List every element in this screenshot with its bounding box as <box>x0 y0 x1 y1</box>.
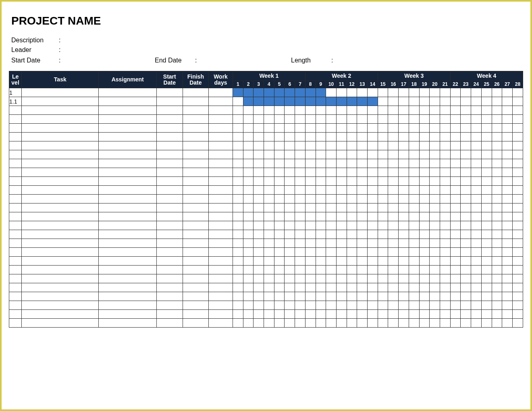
gantt-cell[interactable] <box>285 141 295 150</box>
gantt-cell[interactable] <box>326 221 337 230</box>
gantt-cell[interactable] <box>264 168 274 177</box>
gantt-cell[interactable] <box>461 274 471 283</box>
gantt-cell[interactable] <box>512 248 523 257</box>
gantt-cell[interactable] <box>388 274 399 283</box>
gantt-cell[interactable] <box>264 319 274 328</box>
gantt-cell[interactable] <box>305 141 316 150</box>
gantt-cell[interactable] <box>305 319 316 328</box>
cell-workdays[interactable] <box>209 212 233 221</box>
gantt-cell[interactable] <box>461 133 471 141</box>
cell-workdays[interactable] <box>209 124 233 133</box>
gantt-cell[interactable] <box>274 106 285 115</box>
gantt-cell[interactable] <box>295 177 305 186</box>
cell-task[interactable] <box>22 301 99 310</box>
gantt-cell[interactable] <box>295 212 305 221</box>
gantt-cell[interactable] <box>295 248 305 257</box>
gantt-cell[interactable] <box>388 115 399 124</box>
gantt-cell[interactable] <box>481 248 492 257</box>
gantt-cell[interactable] <box>264 230 274 239</box>
gantt-cell[interactable] <box>512 292 523 301</box>
cell-level[interactable] <box>9 248 22 257</box>
gantt-cell[interactable] <box>368 141 378 150</box>
gantt-cell[interactable] <box>285 310 295 319</box>
gantt-cell[interactable] <box>502 230 513 239</box>
gantt-cell[interactable] <box>316 97 326 106</box>
gantt-cell[interactable] <box>368 177 378 186</box>
gantt-cell[interactable] <box>502 257 513 266</box>
gantt-cell[interactable] <box>409 266 419 274</box>
gantt-cell[interactable] <box>336 248 347 257</box>
gantt-cell[interactable] <box>419 274 430 283</box>
gantt-cell[interactable] <box>430 168 440 177</box>
gantt-cell[interactable] <box>409 283 419 292</box>
gantt-cell[interactable] <box>264 186 274 195</box>
gantt-cell[interactable] <box>326 319 337 328</box>
gantt-cell[interactable] <box>336 150 347 159</box>
gantt-cell[interactable] <box>471 266 482 274</box>
cell-workdays[interactable] <box>209 115 233 124</box>
gantt-cell[interactable] <box>336 274 347 283</box>
gantt-cell[interactable] <box>492 248 502 257</box>
gantt-cell[interactable] <box>233 124 243 133</box>
cell-level[interactable] <box>9 283 22 292</box>
gantt-cell[interactable] <box>399 230 409 239</box>
gantt-cell[interactable] <box>502 177 513 186</box>
cell-startdate[interactable] <box>156 124 183 133</box>
gantt-cell[interactable] <box>512 88 523 97</box>
gantt-cell[interactable] <box>481 283 492 292</box>
gantt-cell[interactable] <box>388 88 399 97</box>
cell-finishdate[interactable] <box>183 88 209 97</box>
cell-workdays[interactable] <box>209 88 233 97</box>
gantt-cell[interactable] <box>347 301 357 310</box>
gantt-cell[interactable] <box>409 230 419 239</box>
gantt-cell[interactable] <box>461 115 471 124</box>
gantt-cell[interactable] <box>243 230 254 239</box>
gantt-cell[interactable] <box>357 239 368 248</box>
gantt-cell[interactable] <box>347 239 357 248</box>
gantt-cell[interactable] <box>305 274 316 283</box>
gantt-cell[interactable] <box>274 221 285 230</box>
gantt-cell[interactable] <box>471 221 482 230</box>
gantt-cell[interactable] <box>285 292 295 301</box>
gantt-cell[interactable] <box>368 115 378 124</box>
gantt-cell[interactable] <box>512 230 523 239</box>
gantt-cell[interactable] <box>305 97 316 106</box>
cell-task[interactable] <box>22 310 99 319</box>
cell-level[interactable] <box>9 230 22 239</box>
gantt-cell[interactable] <box>243 150 254 159</box>
gantt-cell[interactable] <box>409 168 419 177</box>
gantt-cell[interactable] <box>440 310 450 319</box>
gantt-cell[interactable] <box>481 150 492 159</box>
gantt-cell[interactable] <box>378 310 388 319</box>
gantt-cell[interactable] <box>295 141 305 150</box>
cell-startdate[interactable] <box>156 310 183 319</box>
gantt-cell[interactable] <box>316 248 326 257</box>
gantt-cell[interactable] <box>512 203 523 212</box>
gantt-cell[interactable] <box>378 212 388 221</box>
cell-workdays[interactable] <box>209 141 233 150</box>
cell-startdate[interactable] <box>156 230 183 239</box>
gantt-cell[interactable] <box>347 150 357 159</box>
gantt-cell[interactable] <box>430 203 440 212</box>
gantt-cell[interactable] <box>264 301 274 310</box>
gantt-cell[interactable] <box>430 124 440 133</box>
gantt-cell[interactable] <box>502 292 513 301</box>
gantt-cell[interactable] <box>502 97 513 106</box>
cell-assignment[interactable] <box>99 310 157 319</box>
gantt-cell[interactable] <box>347 159 357 168</box>
gantt-cell[interactable] <box>471 106 482 115</box>
gantt-cell[interactable] <box>316 319 326 328</box>
gantt-cell[interactable] <box>274 124 285 133</box>
gantt-cell[interactable] <box>274 115 285 124</box>
gantt-cell[interactable] <box>357 124 368 133</box>
gantt-cell[interactable] <box>430 257 440 266</box>
gantt-cell[interactable] <box>409 133 419 141</box>
cell-level[interactable] <box>9 319 22 328</box>
gantt-cell[interactable] <box>285 257 295 266</box>
gantt-cell[interactable] <box>481 186 492 195</box>
cell-finishdate[interactable] <box>183 97 209 106</box>
gantt-cell[interactable] <box>233 195 243 203</box>
gantt-cell[interactable] <box>440 319 450 328</box>
gantt-cell[interactable] <box>461 301 471 310</box>
gantt-cell[interactable] <box>481 319 492 328</box>
